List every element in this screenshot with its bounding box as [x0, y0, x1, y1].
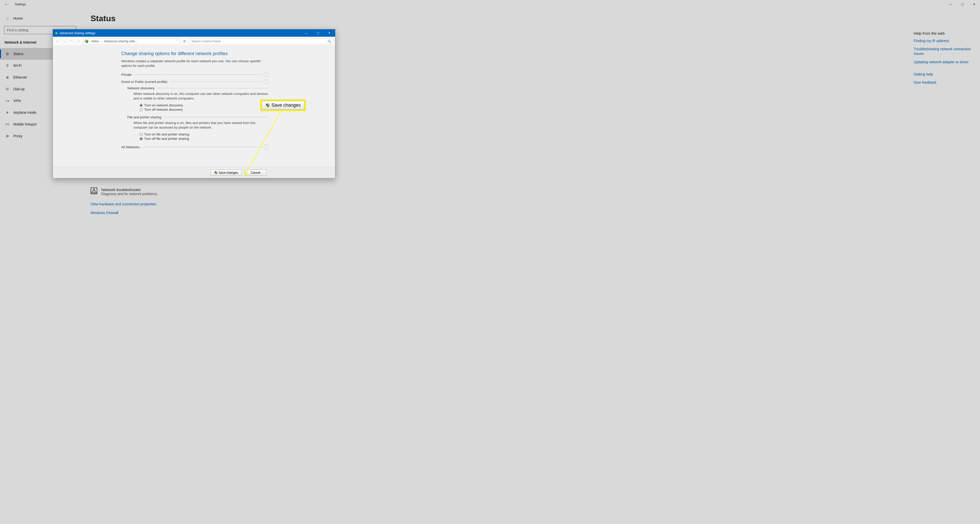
nav-forward-button[interactable]: →	[62, 40, 68, 43]
dialog-minimize-button[interactable]: —	[301, 29, 312, 37]
proxy-icon: ⊕	[5, 134, 10, 138]
control-panel-breadcrumb-icon	[85, 40, 88, 43]
profile-label: All Networks	[121, 145, 140, 149]
file-sharing-body: When file and printer sharing is on, fil…	[134, 121, 269, 130]
shield-icon	[214, 171, 218, 175]
callout-label: Save changes	[272, 103, 301, 108]
nav-history-button[interactable]: ˅	[68, 40, 75, 43]
sidebar-item-label: Mobile hotspot	[13, 122, 37, 126]
dialog-maximize-button[interactable]: ▢	[312, 29, 324, 37]
network-discovery-body: When network discovery is on, this compu…	[134, 92, 269, 100]
radio-nd-off[interactable]: Turn off network discovery	[140, 107, 269, 112]
dialog-footer: Save changes Cancel	[53, 167, 335, 178]
troubleshooter-sub: Diagnose and fix network problems.	[101, 192, 158, 196]
radio-icon	[140, 108, 143, 111]
app-title: Settings	[15, 3, 26, 6]
dialog-close-button[interactable]: ✕	[324, 29, 335, 37]
section-heading: Change sharing options for different net…	[121, 51, 269, 56]
warning-icon	[91, 187, 97, 194]
sidebar-item-label: Airplane mode	[13, 110, 36, 114]
save-changes-button[interactable]: Save changes	[210, 170, 242, 176]
troubleshooter-title: Network troubleshooter	[101, 187, 158, 192]
radio-fp-off[interactable]: Turn off file and printer sharing	[140, 137, 269, 141]
svg-point-1	[94, 192, 94, 193]
breadcrumb-item[interactable]: Advanced sharing setti...	[104, 40, 137, 43]
back-button[interactable]: ←	[0, 2, 12, 6]
home-icon: ⌂	[5, 16, 10, 21]
sidebar-item-label: Proxy	[13, 134, 22, 138]
callout-highlight: Save changes	[260, 100, 306, 111]
page-title: Status	[91, 14, 386, 23]
control-panel-search[interactable]: Search Control Panel 🔍	[189, 38, 334, 44]
radio-icon	[140, 137, 143, 140]
nav-up-button[interactable]: ↑	[76, 40, 82, 43]
radio-icon	[140, 104, 143, 107]
radio-nd-on[interactable]: Turn on network discovery	[140, 103, 269, 107]
sidebar-item-label: Status	[13, 52, 24, 56]
dialog-title: Advanced sharing settings	[59, 32, 95, 35]
search-placeholder: Search Control Panel	[191, 40, 221, 43]
troubleshooter-row[interactable]: Network troubleshooter Diagnose and fix …	[91, 187, 386, 196]
cancel-button[interactable]: Cancel	[245, 170, 267, 176]
titlebar: ← Settings — ▢ ✕	[0, 0, 386, 9]
chevron-up-icon[interactable]: ˄	[264, 79, 269, 84]
profile-all-networks[interactable]: All Networks ˅	[121, 144, 269, 149]
dialup-icon: ☏	[5, 87, 10, 91]
profile-private[interactable]: Private ˅	[121, 72, 269, 77]
breadcrumb-item[interactable]: Netw...	[91, 40, 101, 43]
wifi-icon: ⚲	[5, 64, 10, 68]
file-sharing-heading: File and printer sharing	[127, 115, 269, 119]
ethernet-icon: 🖥	[5, 75, 10, 79]
radio-icon	[140, 133, 143, 136]
search-icon: 🔍	[328, 40, 331, 43]
nav-back-button[interactable]: ←	[54, 40, 60, 43]
dialog-toolbar: ← → ˅ ↑ › Netw... › Advanced sharing set…	[53, 37, 335, 46]
airplane-icon: ✈	[5, 110, 10, 114]
vpn-icon: ⊶	[5, 99, 10, 103]
sidebar-item-label: VPN	[13, 99, 21, 103]
shield-icon	[266, 103, 270, 108]
breadcrumb[interactable]: › Netw... › Advanced sharing setti... ˅	[83, 38, 180, 44]
control-panel-icon	[56, 32, 57, 34]
status-icon: ⊞	[5, 52, 10, 56]
chevron-down-icon[interactable]: ˅	[264, 144, 269, 149]
profile-label: Guest or Public (current profile)	[121, 80, 167, 84]
sidebar-item-label: Wi-Fi	[13, 64, 22, 68]
profile-public[interactable]: Guest or Public (current profile) ˄	[121, 79, 269, 84]
section-description: Windows creates a separate network profi…	[121, 59, 269, 68]
refresh-button[interactable]: ⟳	[181, 40, 188, 43]
dialog-titlebar: Advanced sharing settings — ▢ ✕	[53, 29, 335, 37]
hotspot-icon: ((•))	[5, 123, 10, 125]
callout-dot	[244, 172, 247, 175]
sidebar-item-label: Ethernet	[13, 75, 27, 79]
network-discovery-heading: Network discovery	[127, 86, 269, 90]
home-label: Home	[13, 16, 23, 21]
sidebar-home[interactable]: ⌂ Home	[0, 14, 80, 23]
link-hardware[interactable]: View hardware and connection properties	[91, 202, 386, 206]
profile-label: Private	[121, 73, 131, 76]
chevron-down-icon[interactable]: ˅	[264, 72, 269, 77]
sidebar-item-label: Dial-up	[13, 87, 24, 91]
radio-fp-on[interactable]: Turn on file and printer sharing	[140, 132, 269, 137]
